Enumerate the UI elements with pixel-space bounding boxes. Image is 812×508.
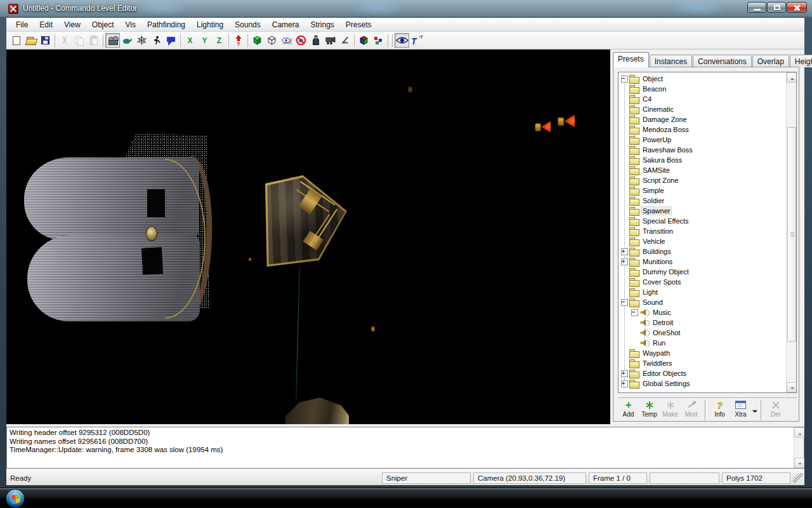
scroll-down-arrow[interactable] xyxy=(794,458,804,468)
scrollbar-thumb[interactable] xyxy=(787,127,796,342)
tab-instances[interactable]: Instances xyxy=(650,55,692,67)
object-marker[interactable] xyxy=(371,326,375,331)
menu-pathfinding[interactable]: Pathfinding xyxy=(141,18,191,31)
log-scrollbar[interactable] xyxy=(794,427,804,468)
camera-dolly-button[interactable] xyxy=(323,33,337,48)
menu-strings[interactable]: Strings xyxy=(304,18,339,31)
tree-item-cinematic[interactable]: Cinematic xyxy=(619,104,785,114)
sound-emitter-marker[interactable] xyxy=(558,114,576,128)
eye-toggle-button[interactable] xyxy=(395,33,409,48)
save-button[interactable] xyxy=(38,33,53,48)
move-vertical-button[interactable] xyxy=(231,33,246,48)
comment-flag-button[interactable] xyxy=(164,33,178,48)
menu-file[interactable]: File xyxy=(10,18,34,31)
expand-icon[interactable] xyxy=(619,378,629,389)
xtra-dropdown-arrow[interactable] xyxy=(752,410,757,415)
tree-item-spawner[interactable]: Spawner xyxy=(619,206,785,216)
tree-item-vehicle[interactable]: Vehicle xyxy=(619,236,785,246)
scroll-down-arrow[interactable] xyxy=(787,382,797,392)
tree-item-special-effects[interactable]: Special Effects xyxy=(619,216,785,226)
sound-emitter-marker[interactable] xyxy=(535,121,551,133)
object-marker[interactable] xyxy=(408,86,412,93)
tree-item-cover-spots[interactable]: Cover Spots xyxy=(619,277,785,287)
tree-item-global-settings[interactable]: Global Settings xyxy=(619,378,785,389)
maximize-button[interactable] xyxy=(767,2,786,13)
collapse-icon[interactable] xyxy=(619,297,629,307)
wireframe-view-button[interactable] xyxy=(265,33,279,48)
solid-view-button[interactable] xyxy=(250,33,265,48)
tree-scrollbar[interactable] xyxy=(786,72,796,392)
menu-camera[interactable]: Camera xyxy=(266,18,305,31)
add-button[interactable]: +Add xyxy=(618,399,639,421)
light-flare-button[interactable] xyxy=(308,33,323,48)
xtra-button[interactable]: Xtra xyxy=(730,399,751,421)
info-button[interactable]: ?Info xyxy=(709,399,730,421)
tab-heightfield[interactable]: Heightfield xyxy=(790,55,812,67)
viewport[interactable] xyxy=(6,50,610,424)
tree-item-beacon[interactable]: Beacon xyxy=(619,84,785,94)
menu-presets[interactable]: Presets xyxy=(340,18,377,31)
object-marker[interactable] xyxy=(249,258,251,261)
menu-vis[interactable]: Vis xyxy=(120,18,141,31)
menu-object[interactable]: Object xyxy=(86,18,120,31)
menu-edit[interactable]: Edit xyxy=(34,18,58,31)
tree-item-mendoza-boss[interactable]: Mendoza Boss xyxy=(619,124,785,135)
collapse-icon[interactable] xyxy=(629,307,639,318)
expand-icon[interactable] xyxy=(619,257,629,267)
expand-icon[interactable] xyxy=(619,368,629,378)
start-button[interactable] xyxy=(6,489,25,508)
new-button[interactable] xyxy=(9,33,23,48)
tree-item-buildings[interactable]: Buildings xyxy=(619,246,785,257)
text-labels-button[interactable]: T xyxy=(409,33,424,48)
tree-item-transition[interactable]: Transition xyxy=(619,226,785,236)
open-button[interactable] xyxy=(23,33,38,48)
tree-item-music[interactable]: Music xyxy=(619,307,785,318)
tree-item-editor-objects[interactable]: Editor Objects xyxy=(619,368,785,378)
close-button[interactable] xyxy=(787,2,807,13)
tree-item-munitions[interactable]: Munitions xyxy=(619,257,785,267)
minimize-button[interactable] xyxy=(747,2,766,13)
tree-item-powerup[interactable]: PowerUp xyxy=(619,135,785,145)
resize-grip[interactable] xyxy=(793,473,803,483)
axis-z-button[interactable]: Z xyxy=(212,33,226,48)
angle-snap-button[interactable]: ∠ xyxy=(337,33,352,48)
collapse-icon[interactable] xyxy=(619,74,629,84)
expand-icon[interactable] xyxy=(619,246,629,257)
tree-item-script-zone[interactable]: Script Zone xyxy=(619,175,785,185)
visibility-eye-button[interactable] xyxy=(279,33,294,48)
vertex-colors-button[interactable] xyxy=(371,33,386,48)
axis-y-button[interactable]: Y xyxy=(197,33,212,48)
tree-item-sound[interactable]: Sound xyxy=(619,297,785,307)
tree-item-simple[interactable]: Simple xyxy=(619,185,785,196)
tab-presets[interactable]: Presets xyxy=(613,52,649,67)
tree-item-oneshot[interactable]: OneShot xyxy=(619,328,785,338)
visibility-disable-button[interactable] xyxy=(294,33,308,48)
gizmo-mode-button[interactable] xyxy=(134,33,149,48)
tab-overlap[interactable]: Overlap xyxy=(752,55,789,67)
presets-tree[interactable]: Object Beacon C4 Cinematic Damage Zone M… xyxy=(618,72,797,393)
axis-x-button[interactable]: X xyxy=(183,33,197,48)
tree-item-sakura-boss[interactable]: Sakura Boss xyxy=(619,155,785,165)
title-bar[interactable]: Untitled - Commando Level Editor xyxy=(0,0,812,18)
character-mode-button[interactable] xyxy=(149,33,164,48)
output-log[interactable]: Writing header offset 9295312 (008DD5D0)… xyxy=(6,427,804,469)
tree-item-object[interactable]: Object xyxy=(619,74,785,84)
bottom-structure[interactable] xyxy=(285,398,349,424)
camera-mode-button[interactable] xyxy=(105,33,120,48)
material-mode-button[interactable] xyxy=(120,33,134,48)
menu-sounds[interactable]: Sounds xyxy=(229,18,266,31)
tree-item-dummy-object[interactable]: Dummy Object xyxy=(619,267,785,277)
hex-block-object[interactable] xyxy=(266,177,346,265)
tree-item-c4[interactable]: C4 xyxy=(619,94,785,104)
tab-conversations[interactable]: Conversations xyxy=(693,55,752,67)
scroll-up-arrow[interactable] xyxy=(787,72,797,83)
menu-view[interactable]: View xyxy=(58,18,86,31)
temp-button[interactable]: Temp xyxy=(639,399,660,421)
tree-item-run[interactable]: Run xyxy=(619,338,785,348)
tree-item-waypath[interactable]: Waypath xyxy=(619,348,785,358)
tree-item-samsite[interactable]: SAMSite xyxy=(619,165,785,175)
tree-item-soldier[interactable]: Soldier xyxy=(619,196,785,206)
menu-lighting[interactable]: Lighting xyxy=(191,18,229,31)
tree-item-light[interactable]: Light xyxy=(619,287,785,297)
rgb-cube-button[interactable] xyxy=(357,33,371,48)
